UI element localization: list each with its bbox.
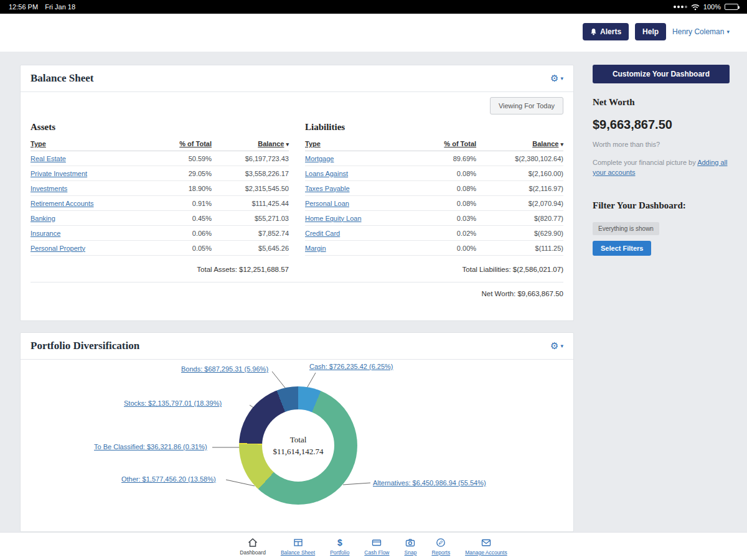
account-type-link[interactable]: Retirement Accounts bbox=[31, 200, 94, 207]
status-right: 100% bbox=[674, 3, 738, 11]
status-date: Fri Jan 18 bbox=[45, 3, 75, 11]
liabilities-sort-balance[interactable]: Balance bbox=[532, 140, 558, 147]
table-row: Home Equity Loan0.03%$(820.77) bbox=[305, 211, 563, 226]
account-type-link[interactable]: Personal Loan bbox=[305, 200, 349, 207]
balance-sheet-card: Balance Sheet ⚙ ▾ Viewing For Today Asse… bbox=[20, 65, 574, 321]
battery-percent: 100% bbox=[703, 3, 721, 11]
balance-value: $55,271.03 bbox=[212, 211, 289, 226]
help-label: Help bbox=[642, 27, 659, 36]
assets-section: Assets Type % of Total Balance ▾ Real Es… bbox=[31, 122, 289, 256]
account-type-link[interactable]: Taxes Payable bbox=[305, 185, 350, 192]
total-assets: Total Assets: $12,251,688.57 bbox=[31, 266, 289, 273]
envelope-icon bbox=[481, 538, 491, 548]
nav-manage-accounts[interactable]: Manage Accounts bbox=[465, 538, 507, 556]
account-type-link[interactable]: Investments bbox=[31, 185, 67, 192]
table-row: Private Investment29.05%$3,558,226.17 bbox=[31, 166, 289, 181]
balance-value: $2,315,545.50 bbox=[212, 181, 289, 196]
table-row: Credit Card0.02%$(629.90) bbox=[305, 226, 563, 241]
viewing-for-today-button[interactable]: Viewing For Today bbox=[490, 97, 563, 114]
donut-center-label: Total bbox=[290, 435, 307, 445]
balance-value: $(2,116.97) bbox=[476, 181, 563, 196]
nav-portfolio[interactable]: $ Portfolio bbox=[330, 538, 349, 556]
total-liabilities: Total Liabilities: $(2,586,021.07) bbox=[305, 266, 563, 273]
nav-label: Cash Flow bbox=[364, 549, 389, 556]
status-time: 12:56 PM bbox=[9, 3, 38, 11]
nav-dashboard[interactable]: Dashboard bbox=[240, 538, 266, 556]
select-filters-button[interactable]: Select Filters bbox=[593, 241, 651, 256]
nav-balance-sheet[interactable]: Balance Sheet bbox=[281, 538, 315, 556]
account-type-link[interactable]: Home Equity Loan bbox=[305, 215, 362, 222]
balance-value: $(111.25) bbox=[476, 241, 563, 256]
pct-of-total-value: 0.00% bbox=[406, 241, 476, 256]
gear-icon: ⚙ bbox=[550, 340, 558, 352]
account-type-link[interactable]: Banking bbox=[31, 215, 55, 222]
status-bar: 12:56 PM Fri Jan 18 100% bbox=[0, 0, 747, 14]
account-type-link[interactable]: Margin bbox=[305, 245, 326, 252]
pct-of-total-value: 0.45% bbox=[142, 211, 212, 226]
nav-label: Reports bbox=[431, 549, 450, 556]
cellular-signal-icon bbox=[674, 6, 687, 8]
balance-sheet-settings-button[interactable]: ⚙ ▾ bbox=[550, 73, 563, 84]
alerts-button[interactable]: Alerts bbox=[583, 23, 629, 40]
balance-value: $3,558,226.17 bbox=[212, 166, 289, 181]
net-worth-heading: Net Worth bbox=[593, 97, 730, 108]
assets-sort-balance[interactable]: Balance bbox=[258, 140, 284, 147]
credit-card-icon bbox=[372, 538, 382, 548]
customize-dashboard-button[interactable]: Customize Your Dashboard bbox=[593, 65, 730, 83]
table-row: Banking0.45%$55,271.03 bbox=[31, 211, 289, 226]
filter-heading: Filter Your Dashboard: bbox=[593, 200, 730, 211]
chart-label-stocks[interactable]: Stocks: $2,135,797.01 (18.39%) bbox=[124, 399, 222, 407]
account-type-link[interactable]: Loans Against bbox=[305, 170, 348, 177]
table-row: Investments18.90%$2,315,545.50 bbox=[31, 181, 289, 196]
pct-of-total-value: 50.59% bbox=[142, 151, 212, 166]
chart-label-to-be-classified[interactable]: To Be Classified: $36,321.86 (0.31%) bbox=[94, 443, 207, 450]
portfolio-donut-chart[interactable]: Total $11,614,142.74 bbox=[239, 386, 357, 505]
table-row: Personal Loan0.08%$(2,070.94) bbox=[305, 196, 563, 211]
help-button[interactable]: Help bbox=[635, 23, 666, 40]
liabilities-sort-pct[interactable]: % of Total bbox=[444, 140, 476, 147]
liabilities-table: Type % of Total Balance ▾ Mortgage89.69%… bbox=[305, 137, 563, 256]
chart-label-cash[interactable]: Cash: $726,235.42 (6.25%) bbox=[309, 363, 393, 370]
chevron-down-icon: ▾ bbox=[560, 75, 563, 82]
table-row: Mortgage89.69%$(2,380,102.64) bbox=[305, 151, 563, 166]
alerts-label: Alerts bbox=[600, 27, 621, 36]
account-type-link[interactable]: Credit Card bbox=[305, 230, 340, 237]
battery-icon bbox=[725, 4, 738, 10]
account-type-link[interactable]: Real Estate bbox=[31, 155, 66, 162]
portfolio-settings-button[interactable]: ⚙ ▾ bbox=[550, 340, 563, 352]
account-type-link[interactable]: Personal Property bbox=[31, 245, 85, 252]
table-row: Personal Property0.05%$5,645.26 bbox=[31, 241, 289, 256]
liabilities-heading: Liabilities bbox=[305, 122, 563, 133]
nav-snap[interactable]: Snap bbox=[405, 538, 417, 556]
chart-label-bonds[interactable]: Bonds: $687,295.31 (5.96%) bbox=[181, 365, 268, 373]
camera-icon bbox=[405, 538, 415, 548]
pct-of-total-value: 0.05% bbox=[142, 241, 212, 256]
chart-label-other[interactable]: Other: $1,577,456.20 (13.58%) bbox=[121, 475, 216, 483]
table-row: Retirement Accounts0.91%$111,425.44 bbox=[31, 196, 289, 211]
bell-icon bbox=[590, 28, 597, 35]
nav-reports[interactable]: Reports bbox=[431, 538, 450, 556]
dashboard-page: 12:56 PM Fri Jan 18 100% Alerts bbox=[0, 0, 747, 560]
balance-value: $(629.90) bbox=[476, 226, 563, 241]
liabilities-sort-type[interactable]: Type bbox=[305, 140, 321, 147]
table-row: Margin0.00%$(111.25) bbox=[305, 241, 563, 256]
status-left: 12:56 PM Fri Jan 18 bbox=[9, 3, 80, 11]
portfolio-card: Portfolio Diversification ⚙ ▾ Total $11,… bbox=[20, 332, 574, 532]
user-menu[interactable]: Henry Coleman ▾ bbox=[672, 27, 730, 36]
assets-sort-type[interactable]: Type bbox=[31, 140, 46, 147]
pct-of-total-value: 18.90% bbox=[142, 181, 212, 196]
donut-center: Total $11,614,142.74 bbox=[262, 409, 334, 482]
chart-label-alternatives[interactable]: Alternatives: $6,450,986.94 (55.54%) bbox=[373, 479, 486, 487]
balance-value: $111,425.44 bbox=[212, 196, 289, 211]
assets-table: Type % of Total Balance ▾ Real Estate50.… bbox=[31, 137, 289, 256]
account-type-link[interactable]: Mortgage bbox=[305, 155, 334, 162]
donut-center-value: $11,614,142.74 bbox=[273, 447, 324, 457]
nav-label: Dashboard bbox=[240, 549, 266, 556]
right-sidebar: Customize Your Dashboard Net Worth $9,66… bbox=[593, 65, 730, 256]
net-worth-line: Net Worth: $9,663,867.50 bbox=[31, 282, 563, 297]
account-type-link[interactable]: Insurance bbox=[31, 230, 60, 237]
account-type-link[interactable]: Private Investment bbox=[31, 170, 87, 177]
assets-sort-pct[interactable]: % of Total bbox=[179, 140, 212, 147]
nav-cash-flow[interactable]: Cash Flow bbox=[364, 538, 389, 556]
nav-label: Portfolio bbox=[330, 549, 349, 556]
